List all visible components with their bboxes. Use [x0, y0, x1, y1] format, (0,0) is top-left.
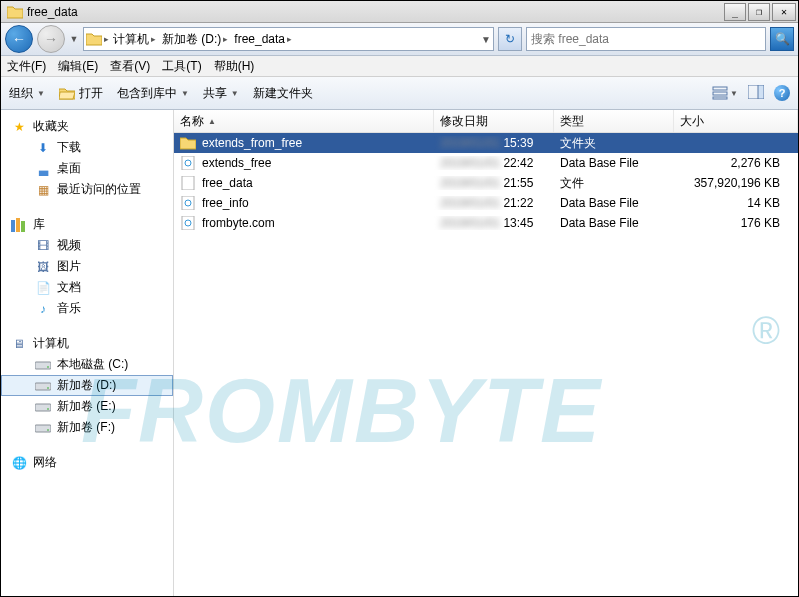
view-mode-button[interactable]: ▼	[712, 86, 738, 100]
star-icon: ★	[11, 119, 27, 135]
svg-rect-16	[182, 156, 194, 170]
chevron-right-icon: ▸	[151, 34, 156, 44]
library-icon	[11, 217, 27, 233]
refresh-button[interactable]: ↻	[498, 27, 522, 51]
help-button[interactable]: ?	[774, 85, 790, 101]
document-icon: 📄	[35, 280, 51, 296]
date-blurred: 2019/01/01	[440, 216, 500, 230]
menu-tools[interactable]: 工具(T)	[162, 58, 201, 75]
maximize-button[interactable]: ❐	[748, 3, 770, 21]
label: 新加卷 (D:)	[57, 377, 116, 394]
column-headers: 名称 ▲ 修改日期 类型 大小	[174, 110, 798, 133]
file-type: 文件夹	[554, 135, 674, 152]
file-type: Data Base File	[554, 216, 674, 230]
folder-icon	[86, 31, 102, 47]
sidebar-drive-e[interactable]: 新加卷 (E:)	[1, 396, 173, 417]
history-dropdown[interactable]: ▼	[69, 34, 79, 44]
download-icon: ⬇	[35, 140, 51, 156]
refresh-icon: ↻	[505, 32, 515, 46]
sidebar-item-recent[interactable]: ▦最近访问的位置	[1, 179, 173, 200]
sidebar-item-documents[interactable]: 📄文档	[1, 277, 173, 298]
computer-header[interactable]: 🖥 计算机	[1, 333, 173, 354]
chevron-right-icon: ▸	[223, 34, 228, 44]
label: 收藏夹	[33, 118, 69, 135]
sidebar-drive-f[interactable]: 新加卷 (F:)	[1, 417, 173, 438]
crumb-label: 计算机	[113, 31, 149, 48]
window-folder-icon	[7, 5, 23, 19]
back-button[interactable]: ←	[5, 25, 33, 53]
column-type[interactable]: 类型	[554, 110, 674, 132]
titlebar: free_data _ ❐ ✕	[1, 1, 798, 23]
file-row[interactable]: frombyte.com2019/01/01 13:45Data Base Fi…	[174, 213, 798, 233]
file-row[interactable]: free_info2019/01/01 21:22Data Base File1…	[174, 193, 798, 213]
newfolder-button[interactable]: 新建文件夹	[253, 85, 313, 102]
file-name: frombyte.com	[202, 216, 275, 230]
label: 包含到库中	[117, 85, 177, 102]
search-input[interactable]: 搜索 free_data	[526, 27, 766, 51]
sidebar-drive-d[interactable]: 新加卷 (D:)	[1, 375, 173, 396]
network-icon: 🌐	[11, 455, 27, 471]
file-row[interactable]: extends_free2019/01/01 22:42Data Base Fi…	[174, 153, 798, 173]
file-name: extends_free	[202, 156, 271, 170]
address-dropdown[interactable]: ▼	[481, 34, 491, 45]
crumb-label: 新加卷 (D:)	[162, 31, 221, 48]
menu-help[interactable]: 帮助(H)	[214, 58, 255, 75]
file-row[interactable]: extends_from_free2019/01/01 15:39文件夹	[174, 133, 798, 153]
favorites-group: ★ 收藏夹 ⬇下载 ▃桌面 ▦最近访问的位置	[1, 116, 173, 200]
crumb-folder[interactable]: free_data▸	[232, 32, 294, 46]
preview-pane-button[interactable]	[748, 85, 764, 102]
file-time: 21:22	[503, 196, 533, 210]
sidebar-item-desktop[interactable]: ▃桌面	[1, 158, 173, 179]
close-button[interactable]: ✕	[772, 3, 796, 21]
file-name: extends_from_free	[202, 136, 302, 150]
libraries-group: 库 🎞视频 🖼图片 📄文档 ♪音乐	[1, 214, 173, 319]
arrow-right-icon: →	[44, 32, 58, 46]
svg-point-15	[47, 429, 49, 431]
address-bar[interactable]: ▸ 计算机▸ 新加卷 (D:)▸ free_data▸ ▼	[83, 27, 494, 51]
label: 下载	[57, 139, 81, 156]
svg-point-11	[47, 387, 49, 389]
file-icon	[180, 175, 196, 191]
column-date[interactable]: 修改日期	[434, 110, 554, 132]
sidebar-item-downloads[interactable]: ⬇下载	[1, 137, 173, 158]
column-size[interactable]: 大小	[674, 110, 798, 132]
crumb-computer[interactable]: 计算机▸	[111, 31, 158, 48]
search-placeholder: 搜索 free_data	[531, 31, 609, 48]
sidebar-item-videos[interactable]: 🎞视频	[1, 235, 173, 256]
arrow-left-icon: ←	[12, 32, 26, 46]
menu-file[interactable]: 文件(F)	[7, 58, 46, 75]
sidebar-item-pictures[interactable]: 🖼图片	[1, 256, 173, 277]
sidebar-drive-c[interactable]: 本地磁盘 (C:)	[1, 354, 173, 375]
svg-rect-7	[21, 221, 25, 232]
sidebar: ★ 收藏夹 ⬇下载 ▃桌面 ▦最近访问的位置 库 🎞视频 🖼图片 📄文档 ♪音乐	[1, 110, 174, 596]
preview-icon	[748, 85, 764, 99]
label: 修改日期	[440, 113, 488, 130]
sidebar-item-music[interactable]: ♪音乐	[1, 298, 173, 319]
minimize-icon: _	[732, 6, 738, 17]
label: 组织	[9, 85, 33, 102]
libraries-header[interactable]: 库	[1, 214, 173, 235]
crumb-drive[interactable]: 新加卷 (D:)▸	[160, 31, 230, 48]
include-button[interactable]: 包含到库中 ▼	[117, 85, 189, 102]
forward-button[interactable]: →	[37, 25, 65, 53]
label: 大小	[680, 113, 704, 130]
menu-edit[interactable]: 编辑(E)	[58, 58, 98, 75]
label: 本地磁盘 (C:)	[57, 356, 128, 373]
search-button[interactable]: 🔍	[770, 27, 794, 51]
network-header[interactable]: 🌐 网络	[1, 452, 173, 473]
label: 名称	[180, 113, 204, 130]
disk-icon	[35, 399, 51, 415]
label: 最近访问的位置	[57, 181, 141, 198]
file-row[interactable]: free_data2019/01/01 21:55文件357,920,196 K…	[174, 173, 798, 193]
share-button[interactable]: 共享 ▼	[203, 85, 239, 102]
organize-button[interactable]: 组织 ▼	[9, 85, 45, 102]
favorites-header[interactable]: ★ 收藏夹	[1, 116, 173, 137]
open-button[interactable]: 打开	[59, 85, 103, 102]
svg-point-9	[47, 366, 49, 368]
svg-rect-14	[35, 425, 51, 432]
file-icon	[180, 155, 196, 171]
minimize-button[interactable]: _	[724, 3, 746, 21]
menu-view[interactable]: 查看(V)	[110, 58, 150, 75]
column-name[interactable]: 名称 ▲	[174, 110, 434, 132]
date-blurred: 2019/01/01	[440, 156, 500, 170]
